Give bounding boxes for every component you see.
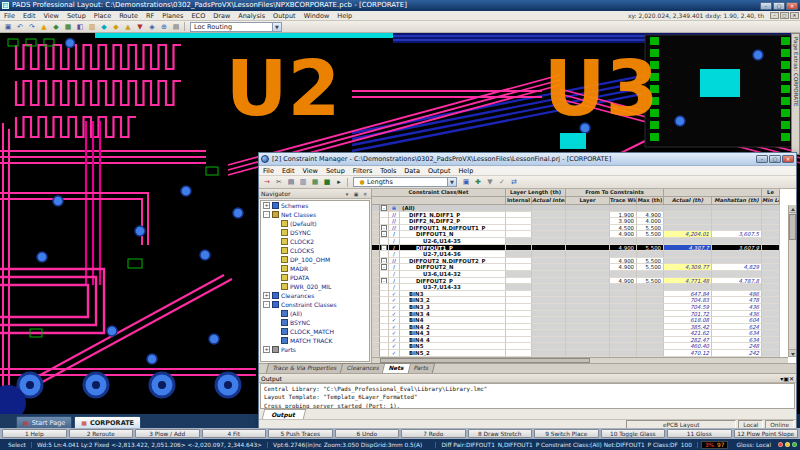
grid-row-diff2-n-diff2-p[interactable]: ∕∕DIFF2_N,DIFF2_P3.9004.000: [372, 218, 788, 225]
cell-min[interactable]: [610, 317, 637, 324]
cell-layer[interactable]: [566, 225, 610, 232]
grid-row-bin4-3[interactable]: ✓BIN4_3421.62634: [372, 330, 788, 337]
cell-internal[interactable]: [506, 350, 532, 357]
page-extras-tab[interactable]: Page Extras: CORPORATE: [791, 33, 800, 155]
row-selector[interactable]: [372, 278, 380, 285]
cell-layer[interactable]: [566, 284, 610, 291]
child-restore-button[interactable]: ▢: [780, 12, 789, 19]
tree-item-schemes[interactable]: +Schemes: [261, 201, 369, 210]
fkey-1[interactable]: 1 Help: [2, 429, 67, 438]
tree-item-madr[interactable]: MADR: [261, 264, 369, 273]
cell-min[interactable]: [610, 343, 637, 350]
import-icon[interactable]: →: [262, 177, 272, 187]
cell-internal[interactable]: [506, 324, 532, 331]
child-minimize-button[interactable]: –: [770, 12, 779, 19]
cell-layer[interactable]: [566, 205, 610, 212]
cell-max[interactable]: [637, 350, 664, 357]
cell-min[interactable]: [610, 311, 637, 318]
cell-internal[interactable]: [506, 271, 532, 278]
row-selector[interactable]: [372, 218, 380, 225]
doc-tab-start-page[interactable]: ▦Start Page: [16, 416, 72, 428]
cell-min[interactable]: 4.900: [610, 245, 637, 252]
grid-row-u2-6-u14-35[interactable]: ∕U2-6,U14-35: [372, 238, 788, 245]
tree-item-constraint-classes[interactable]: -Constraint Classes: [261, 300, 369, 309]
menu-place[interactable]: Place: [90, 11, 115, 21]
cell-internal[interactable]: [506, 291, 532, 298]
row-selector[interactable]: [372, 297, 380, 304]
expand-toggle[interactable]: +: [263, 292, 270, 299]
scheme-dropdown[interactable]: Loc Routing ▼: [190, 22, 282, 32]
route-diamond-cyan-icon[interactable]: ◆: [99, 22, 109, 32]
cm-menu-output[interactable]: Output: [424, 166, 455, 176]
cell-layer[interactable]: [566, 245, 610, 252]
cell-max[interactable]: 4.000: [637, 218, 664, 225]
cm-menu-file[interactable]: File: [259, 166, 278, 176]
new-window-icon[interactable]: ▣: [461, 177, 471, 187]
redo-icon[interactable]: ↷: [27, 22, 37, 32]
cell-layer[interactable]: [566, 337, 610, 344]
row-selector[interactable]: [372, 304, 380, 311]
cell-min[interactable]: [610, 251, 637, 258]
fkey-8[interactable]: 8 Draw Stretch: [468, 429, 533, 438]
expand-toggle[interactable]: -: [381, 264, 387, 270]
resolve-icon[interactable]: ⇄: [509, 177, 519, 187]
cell-min[interactable]: 3.900: [610, 218, 637, 225]
header-layer-length-group[interactable]: Layer Length (th): [506, 189, 566, 197]
cell-max[interactable]: 5.500: [637, 264, 664, 271]
restore-button[interactable]: ▢: [773, 2, 785, 10]
header-class-net[interactable]: Constraint Class/Net: [372, 189, 506, 197]
cell-internal[interactable]: [506, 297, 532, 304]
cell-max[interactable]: [637, 238, 664, 245]
menu-draw[interactable]: Draw: [209, 11, 234, 21]
menu-eco[interactable]: ECO: [188, 11, 210, 21]
cell-min[interactable]: [610, 350, 637, 357]
grid-row-u3-7-u14-33[interactable]: ∕U3-7,U14-33: [372, 284, 788, 291]
scroll-up-icon[interactable]: [789, 205, 796, 213]
row-selector[interactable]: [372, 264, 380, 271]
cell-max[interactable]: [637, 284, 664, 291]
grid-row-bin5-2[interactable]: ✓BIN5_2470.12242: [372, 350, 788, 357]
grid-row-bin3-3[interactable]: ✓BIN3_3704.59436: [372, 304, 788, 311]
sheet-tab-parts[interactable]: Parts: [407, 363, 436, 373]
paste-icon[interactable]: ▥: [298, 177, 308, 187]
cell-internal[interactable]: [506, 337, 532, 344]
expand-toggle[interactable]: +: [263, 346, 270, 353]
cell-max[interactable]: [637, 271, 664, 278]
cm-restore-button[interactable]: ▢: [769, 155, 781, 163]
row-selector[interactable]: [372, 317, 380, 324]
menu-route[interactable]: Route: [115, 11, 142, 21]
expand-toggle[interactable]: -: [381, 225, 387, 231]
cell-max[interactable]: [637, 324, 664, 331]
cell-min[interactable]: [610, 297, 637, 304]
cell-min[interactable]: [610, 205, 637, 212]
display-icon[interactable]: ▦: [310, 177, 320, 187]
cm-menu-edit[interactable]: Edit: [278, 166, 299, 176]
cell-layer[interactable]: [566, 278, 610, 285]
close-button[interactable]: ✕: [786, 2, 798, 10]
header-actual-internal[interactable]: Actual Internal: [532, 197, 566, 205]
cell-max[interactable]: [637, 330, 664, 337]
row-selector[interactable]: [372, 231, 380, 238]
cell-min[interactable]: 4.900: [610, 278, 637, 285]
expand-toggle[interactable]: -: [381, 245, 387, 251]
cell-layer[interactable]: [566, 324, 610, 331]
cell-min[interactable]: [610, 238, 637, 245]
cell-min[interactable]: [610, 271, 637, 278]
cell-layer[interactable]: [566, 330, 610, 337]
cell-max[interactable]: 5.500: [637, 258, 664, 265]
cell-internal[interactable]: [506, 218, 532, 225]
header-max[interactable]: Max (th): [637, 197, 664, 205]
board-icon[interactable]: ■: [322, 177, 332, 187]
menu-rf[interactable]: RF: [142, 11, 158, 21]
header-length-group-cut[interactable]: Le: [762, 189, 780, 197]
tree-item-dp-100-ohm[interactable]: DP_100_OHM: [261, 255, 369, 264]
cell-internal[interactable]: [506, 264, 532, 271]
cell-internal[interactable]: [506, 311, 532, 318]
row-selector[interactable]: [372, 324, 380, 331]
cm-menu-setup[interactable]: Setup: [322, 166, 349, 176]
cell-layer[interactable]: [566, 317, 610, 324]
menu-file[interactable]: File: [0, 11, 19, 21]
cell-max[interactable]: [637, 343, 664, 350]
tree-item-pwr-020-mil[interactable]: PWR_020_MIL: [261, 282, 369, 291]
fkey-6[interactable]: 6 Undo: [335, 429, 400, 438]
